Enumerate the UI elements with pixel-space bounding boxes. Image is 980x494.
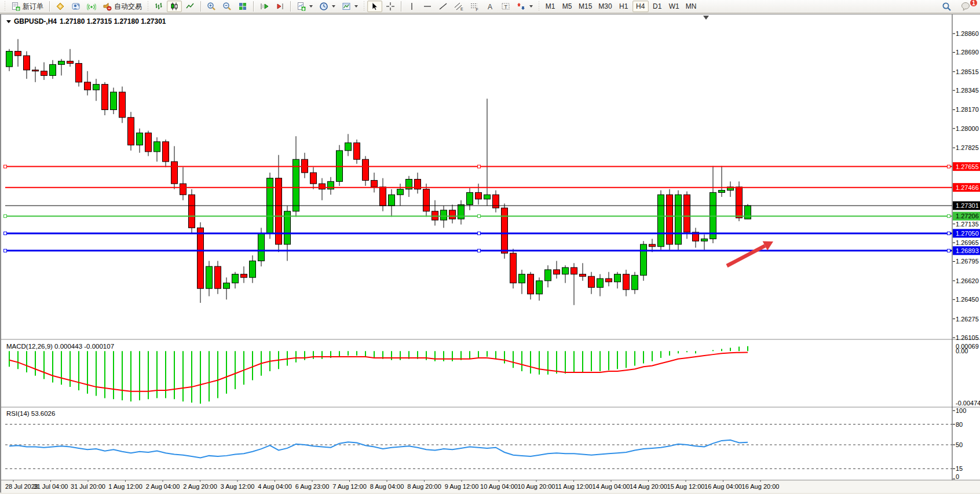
candlestick — [571, 268, 577, 274]
text-label-button[interactable]: T — [498, 1, 513, 12]
candlestick — [232, 274, 239, 283]
chart-shift-button[interactable] — [272, 1, 287, 12]
price-tick-label: 1.28690 — [956, 49, 979, 56]
templates-button[interactable] — [339, 1, 361, 12]
indicators-icon — [297, 2, 306, 11]
new-order-label: 新订单 — [23, 2, 43, 12]
candlestick — [623, 274, 630, 290]
toolbar-separator — [200, 1, 201, 12]
symbol-dropdown-icon[interactable] — [6, 20, 11, 23]
timeframe-h4-button[interactable]: H4 — [632, 1, 649, 12]
date-label: 2 Aug 04:00 — [146, 483, 180, 490]
timeframe-m1-button[interactable]: M1 — [542, 1, 558, 12]
chart-shift-marker[interactable] — [703, 16, 709, 20]
toolbar-separator — [290, 1, 291, 12]
chat-button[interactable]: 1 — [958, 1, 974, 12]
new-order-button[interactable]: 新订单 — [8, 1, 46, 12]
periods-button[interactable] — [316, 1, 338, 12]
timeframe-mn-button[interactable]: MN — [683, 1, 700, 12]
line-handle[interactable] — [478, 215, 481, 218]
trendline-icon — [438, 2, 448, 11]
candlestick-chart-button[interactable] — [167, 1, 182, 12]
timeframe-w1-button[interactable]: W1 — [666, 1, 682, 12]
crosshair-button[interactable] — [383, 1, 398, 12]
chart-title-symbol: GBPUSD-,H4 — [14, 17, 57, 25]
line-handle[interactable] — [948, 232, 950, 235]
rsi-value: 53.6026 — [31, 410, 56, 417]
line-handle[interactable] — [478, 165, 481, 168]
candlestick — [224, 283, 230, 289]
vertical-line-button[interactable] — [404, 1, 419, 12]
line-handle[interactable] — [4, 165, 7, 168]
candlestick — [658, 195, 664, 247]
metaeditor-button[interactable] — [53, 1, 68, 12]
timeframe-m5-button[interactable]: M5 — [559, 1, 575, 12]
candlestick — [328, 181, 334, 189]
candlestick — [528, 274, 534, 294]
cursor-button[interactable] — [367, 1, 382, 12]
indicators-button[interactable] — [294, 1, 316, 12]
line-handle[interactable] — [4, 232, 7, 235]
line-handle[interactable] — [948, 165, 950, 168]
candlestick — [310, 173, 317, 184]
search-button[interactable] — [939, 1, 955, 12]
timeframe-h1-button[interactable]: H1 — [616, 1, 632, 12]
toolbar-separator — [49, 1, 50, 12]
horizontal-line-button[interactable] — [420, 1, 435, 12]
line-handle[interactable] — [4, 215, 7, 218]
timeframe-m30-button[interactable]: M30 — [595, 1, 615, 12]
macd-values: 0.000443 -0.000107 — [54, 343, 114, 350]
price-line-badge-label: 1.27301 — [956, 202, 979, 209]
timeframe-d1-button[interactable]: D1 — [649, 1, 665, 12]
date-label: 15 Aug 12:00 — [667, 483, 705, 490]
auto-scroll-button[interactable] — [257, 1, 272, 12]
line-chart-button[interactable] — [182, 1, 198, 12]
timeframe-m15-button[interactable]: M15 — [576, 1, 595, 12]
zoom-out-button[interactable] — [220, 1, 235, 12]
candlestick — [615, 274, 621, 281]
line-handle[interactable] — [948, 215, 950, 218]
bar-chart-button[interactable] — [151, 1, 166, 12]
date-label: 10 Aug 20:00 — [518, 483, 555, 490]
tile-windows-button[interactable] — [235, 1, 250, 12]
candlestick — [50, 64, 56, 75]
rsi-tick-label: 0 — [956, 473, 959, 480]
candlestick — [632, 275, 638, 290]
candlestick — [745, 206, 751, 219]
candlestick — [449, 210, 456, 219]
autotrading-button[interactable]: 自动交易 — [100, 1, 145, 12]
candlestick — [597, 279, 604, 287]
date-label: 2 Aug 20:00 — [183, 483, 217, 490]
chart-title-ohlc: 1.27180 1.27315 1.27180 1.27301 — [60, 17, 166, 25]
candlestick — [719, 191, 725, 193]
strategy-tester-button[interactable] — [68, 1, 83, 12]
line-handle[interactable] — [478, 232, 481, 235]
arrows-icon — [517, 2, 526, 11]
text-button[interactable]: A — [482, 1, 498, 12]
candlestick — [58, 61, 65, 65]
toolbar-grip — [363, 1, 365, 12]
zoom-in-button[interactable] — [204, 1, 219, 12]
fibonacci-button[interactable]: F — [467, 1, 482, 12]
signals-button[interactable] — [84, 1, 99, 12]
candlestick — [684, 195, 690, 232]
price-tick-label: 1.26105 — [956, 334, 979, 341]
price-line-badge-label: 1.27655 — [956, 163, 979, 170]
candlestick — [536, 281, 543, 294]
arrows-button[interactable] — [514, 1, 536, 12]
candlestick — [510, 253, 517, 283]
line-handle[interactable] — [948, 249, 950, 252]
line-handle[interactable] — [478, 249, 481, 252]
candlestick — [206, 266, 213, 288]
candlestick — [258, 233, 265, 261]
line-handle[interactable] — [4, 249, 7, 252]
candlestick — [484, 195, 491, 199]
templates-dropdown-icon — [354, 5, 358, 8]
candlestick — [554, 270, 560, 275]
bar-chart-icon — [154, 2, 163, 11]
equidistant-channel-button[interactable]: E — [451, 1, 466, 12]
price-tick-label: 1.26965 — [956, 239, 979, 246]
svg-text:E: E — [460, 7, 463, 11]
date-label: 11 Aug 12:00 — [555, 483, 592, 490]
trendline-button[interactable] — [436, 1, 451, 12]
